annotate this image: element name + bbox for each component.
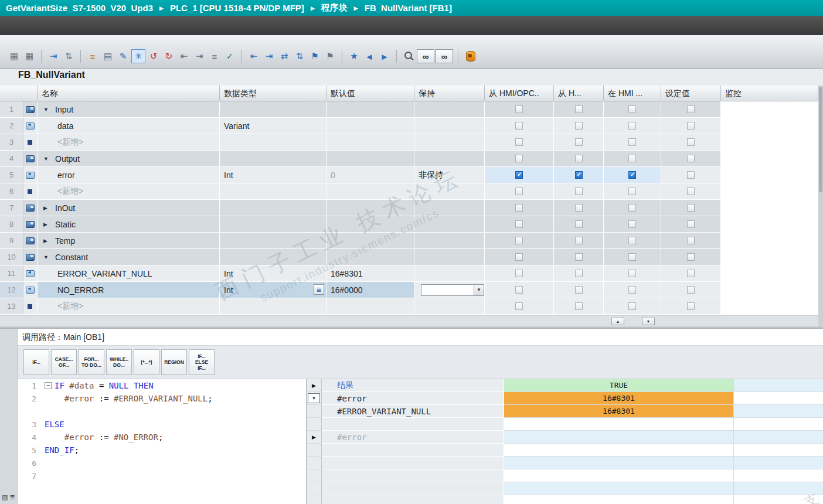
checkbox[interactable] [515,302,523,310]
retain-cell[interactable]: ▼ [414,282,485,298]
name-cell[interactable]: ▼Constant [38,249,220,265]
snapshot-icon[interactable]: ↻ [162,49,176,63]
add-row-icon[interactable]: ▦ [22,49,36,63]
row-number[interactable]: 12 [0,282,23,298]
checkbox[interactable] [628,171,636,179]
checkbox[interactable] [628,188,636,195]
sort-icon[interactable]: ≡ [86,49,100,63]
datatype-picker-button[interactable]: ≣ [314,284,324,295]
import-interface-icon[interactable]: ⇥ [46,49,60,63]
name-cell[interactable]: error [38,167,220,183]
absolute-operands-icon[interactable]: ✳ [131,49,145,63]
code-line[interactable]: 1−IF #data = NULL THEN [18,379,306,392]
retain-cell[interactable] [414,118,485,134]
datatype-cell[interactable] [220,183,327,200]
code-line[interactable]: 6 [18,457,306,469]
copy-start-values-icon[interactable]: ⇥ [192,49,206,63]
default-value-cell[interactable] [327,298,414,315]
default-value-cell[interactable]: 16#0000 [327,282,414,298]
update-block-calls-icon[interactable]: ⇅ [293,49,307,63]
checkbox[interactable] [687,138,695,146]
checkbox[interactable] [515,188,523,195]
name-cell[interactable]: ▶InOut [38,200,220,216]
marker-cell[interactable]: ▶ [307,431,321,444]
split-view-icon[interactable]: ≣ [9,493,15,501]
default-value-cell[interactable] [327,118,414,134]
row-number[interactable]: 4 [0,151,23,167]
retain-cell[interactable] [414,249,485,265]
row-number[interactable]: 5 [0,167,23,183]
row-number[interactable]: 9 [0,233,23,249]
breadcrumb-item[interactable]: FB_NullVariant [FB1] [365,3,452,13]
checkbox[interactable] [575,270,583,277]
clear-bookmarks-icon[interactable]: ⚑ [323,49,337,63]
name-cell[interactable]: <新增> [38,183,220,200]
expander-icon[interactable]: ▶ [38,238,55,244]
name-cell[interactable]: ERROR_VARIANT_NULL [38,265,220,282]
default-value-cell[interactable]: 0 [327,167,414,183]
default-value-cell[interactable] [327,101,414,118]
default-value-cell[interactable] [327,233,414,249]
checkbox[interactable] [687,122,695,130]
checkbox[interactable] [575,105,583,113]
code-line[interactable]: 3ELSE [18,418,306,431]
checkbox[interactable] [575,253,583,261]
checkbox[interactable] [575,237,583,244]
checkbox[interactable] [687,286,695,294]
snippet-button[interactable]: FOR... TO DO... [79,349,104,375]
checkbox[interactable] [575,220,583,228]
checkbox[interactable] [515,105,523,113]
sync-source-icon[interactable]: ⇄ [277,49,291,63]
retain-cell[interactable] [414,101,485,118]
name-cell[interactable]: <新增> [38,298,220,315]
find-icon[interactable] [402,49,416,63]
expand-collapse-icon[interactable]: ⇅ [62,49,76,63]
checkbox[interactable] [687,105,695,113]
name-cell[interactable]: ▼Output [38,151,220,167]
row-number[interactable]: 7 [0,200,23,216]
name-cell[interactable]: ▶Static [38,216,220,233]
data-block-icon[interactable] [463,49,477,63]
checkbox[interactable] [515,122,523,130]
checkbox[interactable] [628,237,636,244]
checkbox[interactable] [575,138,583,146]
snippet-button[interactable]: CASE... OF... [51,349,77,375]
code-line[interactable]: 2 #error := #ERROR_VARIANT_NULL; [18,392,306,405]
snippet-button[interactable]: WHILE.. DO... [106,349,132,375]
expander-icon[interactable]: ▼ [38,107,55,113]
reset-start-values-icon[interactable]: ↺ [147,49,161,63]
checkbox[interactable] [575,155,583,162]
expander-icon[interactable]: ▶ [38,205,55,211]
datatype-cell[interactable]: Int [220,265,327,282]
chevron-down-icon[interactable]: ▼ [474,285,484,295]
scroll-up-button[interactable]: ▲ [611,318,624,325]
retain-cell[interactable] [414,265,485,282]
bookmark-lines-icon[interactable]: ⚑ [308,49,322,63]
default-value-cell[interactable] [327,216,414,233]
expanded-mode-icon[interactable]: ≡ [208,49,222,63]
name-cell[interactable]: data [38,118,220,134]
marker-cell[interactable]: ▶ [307,379,321,392]
checkbox[interactable] [628,286,636,294]
checkbox[interactable] [515,220,523,228]
checkbox[interactable] [687,188,695,195]
default-value-cell[interactable] [327,183,414,200]
retain-cell[interactable]: 非保持 [414,167,485,183]
accept-values-icon[interactable]: ✓ [223,49,237,63]
row-number[interactable]: 6 [0,183,23,200]
datatype-cell[interactable] [220,200,327,216]
block-interface-icon[interactable]: ▤ [101,49,115,63]
checkbox[interactable] [687,237,695,244]
checkbox[interactable] [515,253,523,261]
set-bookmark-icon[interactable]: ★ [347,49,361,63]
checkbox[interactable] [515,171,523,179]
checkbox[interactable] [628,220,636,228]
checkbox[interactable] [628,204,636,212]
copy-snapshot-icon[interactable]: ⇤ [177,49,191,63]
datatype-cell[interactable] [220,134,327,151]
snippet-button[interactable]: IF... [23,349,49,375]
monitor-modify-dropdown[interactable]: ▼ [308,393,320,403]
checkbox[interactable] [575,286,583,294]
checkbox[interactable] [515,237,523,244]
row-number[interactable]: 13 [0,298,23,315]
